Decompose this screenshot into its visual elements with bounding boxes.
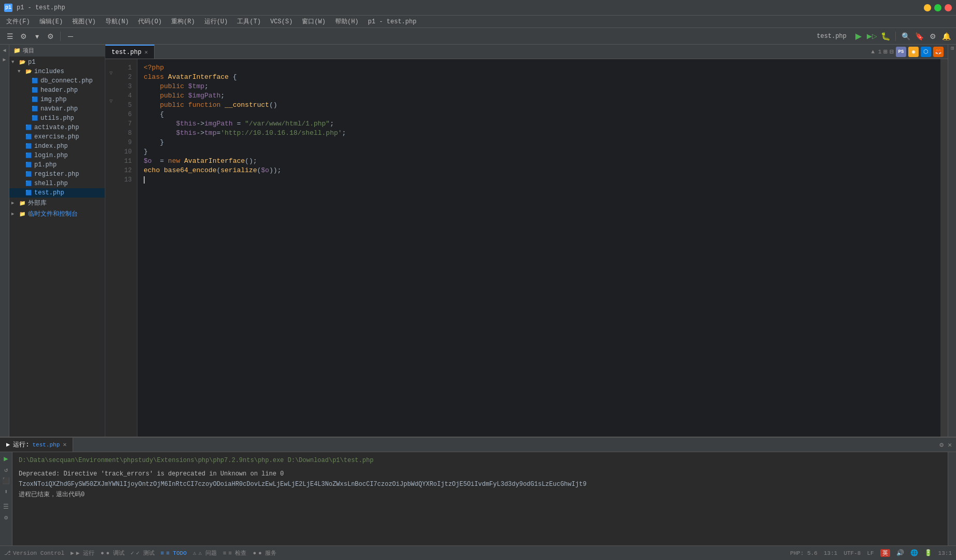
tree-item-login[interactable]: 🟦 login.php (9, 151, 105, 160)
taskbar-run[interactable]: ▶ ▶ 运行 (71, 549, 94, 557)
tree-item-includes[interactable]: ▼ 📂 includes (9, 67, 105, 76)
taskbar-services-label: ● 服务 (258, 549, 276, 557)
right-sidebar-btn-1[interactable]: ⊞ (949, 47, 955, 50)
fold-8[interactable] (105, 124, 117, 134)
collapse-all-btn[interactable]: ⊞ (883, 48, 888, 56)
fold-1[interactable] (105, 59, 117, 68)
fold-11[interactable] (105, 152, 117, 162)
tree-arrow-navbar (24, 106, 30, 111)
toolbar-minus-btn[interactable]: ─ (65, 31, 76, 42)
git-icon: ⎇ (4, 550, 11, 556)
taskbar-run-label: ▶ 运行 (76, 549, 94, 557)
tree-item-p1php[interactable]: 🟦 p1.php (9, 160, 105, 170)
menu-help[interactable]: 帮助(H) (331, 16, 363, 27)
fold-4[interactable] (105, 87, 117, 96)
maximize-button[interactable] (934, 4, 941, 11)
tree-item-db-connect[interactable]: 🟦 db_connect.php (9, 76, 105, 86)
fold-6[interactable] (105, 106, 117, 115)
taskbar-review[interactable]: ≡ ≡ 检查 (223, 549, 247, 557)
panel-stop-btn[interactable]: ⬛ (2, 477, 10, 485)
code-content[interactable]: <?php class AvatarInterface { public $tm… (137, 59, 940, 437)
bookmark-btn[interactable]: 🔖 (913, 31, 925, 42)
menu-vcs[interactable]: VCS(S) (266, 17, 297, 26)
panel-run-btn[interactable]: ▶ (4, 454, 8, 463)
tree-item-utils[interactable]: 🟦 utils.php (9, 114, 105, 123)
tree-item-external[interactable]: ▶ 📁 外部库 (9, 198, 105, 208)
tree-item-test[interactable]: 🟦 test.php (9, 188, 105, 198)
taskbar-review-label: ≡ 检查 (228, 549, 246, 557)
menu-view[interactable]: 视图(V) (68, 16, 100, 27)
toolbar-collapse-btn[interactable]: ▾ (31, 31, 43, 42)
menu-navigate[interactable]: 导航(N) (101, 16, 133, 27)
panel-scroll-top-btn[interactable]: ⬆ (4, 488, 8, 496)
run-with-coverage-btn[interactable]: ▶▷ (866, 31, 878, 42)
toolbar-run-list-btn[interactable]: ⚙ (18, 31, 29, 42)
tray-icon-3[interactable]: 🔋 (924, 549, 932, 557)
file-icon-login: 🟦 (25, 152, 32, 159)
tree-item-exercise[interactable]: 🟦 exercise.php (9, 132, 105, 142)
browser-icon-2[interactable]: ⬡ (921, 47, 931, 57)
fold-12[interactable] (105, 162, 117, 171)
tree-item-img[interactable]: 🟦 img.php (9, 95, 105, 104)
fold-9[interactable] (105, 134, 117, 143)
tree-item-shell[interactable]: 🟦 shell.php (9, 179, 105, 188)
code-editor[interactable]: ▽ ▽ 12345 678910 (105, 59, 940, 437)
taskbar-problems[interactable]: ⚠ ⚠ 问题 (193, 549, 217, 557)
sidebar-icon-2[interactable]: ▶ (1, 56, 8, 63)
editor-tab-test[interactable]: test.php ✕ (105, 45, 155, 59)
panel-gear-btn[interactable]: ⚙ (939, 441, 944, 449)
panel-tab-run-close[interactable]: ✕ (63, 441, 66, 449)
fold-10[interactable] (105, 143, 117, 152)
taskbar-services[interactable]: ● ● 服务 (253, 549, 276, 557)
menu-run[interactable]: 运行(U) (200, 16, 232, 27)
taskbar-debug[interactable]: ● ● 调试 (101, 549, 124, 557)
toolbar-project-btn[interactable]: ☰ (4, 31, 16, 42)
menu-tools[interactable]: 工具(T) (233, 16, 265, 27)
panel-close-btn[interactable]: ✕ (948, 441, 952, 449)
file-icon-register: 🟦 (25, 171, 32, 178)
browser-icon-1[interactable]: ◉ (908, 47, 919, 57)
fold-13[interactable] (105, 171, 117, 180)
tree-item-p1[interactable]: ▼ 📂 p1 (9, 58, 105, 67)
panel-tab-run[interactable]: ▶ 运行: test.php ✕ (0, 438, 73, 452)
run-button[interactable]: ▶ (853, 31, 864, 42)
menu-file[interactable]: 文件(F) (2, 16, 34, 27)
expand-btn[interactable]: ⊟ (890, 48, 894, 56)
taskbar-test[interactable]: ✓ ✓ 测试 (131, 549, 155, 557)
toolbar-settings-btn[interactable]: ⚙ (45, 31, 56, 42)
tree-item-header[interactable]: 🟦 header.php (9, 86, 105, 95)
fold-2[interactable]: ▽ (105, 68, 117, 78)
debug-button[interactable]: 🐛 (880, 31, 891, 42)
panel-rerun-btn[interactable]: ↺ (4, 466, 8, 474)
tree-item-index[interactable]: 🟦 index.php (9, 142, 105, 151)
panel-filter-btn[interactable]: ⚙ (4, 514, 8, 522)
close-button[interactable] (945, 4, 952, 11)
ime-indicator[interactable]: 英 (880, 549, 890, 557)
menu-edit[interactable]: 编辑(E) (35, 16, 67, 27)
fold-7[interactable] (105, 115, 117, 124)
tree-item-register[interactable]: 🟦 register.php (9, 170, 105, 179)
tab-close-btn[interactable]: ✕ (145, 49, 148, 55)
panel-list-btn[interactable]: ☰ (3, 503, 9, 511)
tray-icon-2[interactable]: 🌐 (910, 549, 918, 557)
fold-3[interactable] (105, 78, 117, 87)
menu-window[interactable]: 窗口(W) (298, 16, 330, 27)
tree-item-activate[interactable]: 🟦 activate.php (9, 123, 105, 132)
fold-5[interactable]: ▽ (105, 96, 117, 106)
tree-item-navbar[interactable]: 🟦 navbar.php (9, 104, 105, 114)
title-bar-left: p1 p1 - test.php (4, 4, 65, 12)
taskbar-git[interactable]: ⎇ Version Control (4, 550, 64, 556)
settings-global-btn[interactable]: ⚙ (927, 31, 938, 42)
notification-btn[interactable]: 🔔 (940, 31, 952, 42)
tray-icon-1[interactable]: 🔊 (896, 549, 904, 557)
php-icon[interactable]: PS (896, 47, 906, 57)
search-btn[interactable]: 🔍 (900, 31, 911, 42)
sidebar-icon-1[interactable]: ◀ (1, 47, 8, 54)
browser-icon-3[interactable]: 🦊 (933, 47, 944, 57)
tree-item-scratches[interactable]: ▶ 📁 临时文件和控制台 (9, 208, 105, 219)
menu-code[interactable]: 代码(O) (134, 16, 166, 27)
minimize-button[interactable] (924, 4, 931, 11)
tree-header: 📁 项目 (9, 45, 105, 57)
menu-refactor[interactable]: 重构(R) (167, 16, 199, 27)
taskbar-todo[interactable]: ≡ ≡ TODO (161, 550, 187, 556)
